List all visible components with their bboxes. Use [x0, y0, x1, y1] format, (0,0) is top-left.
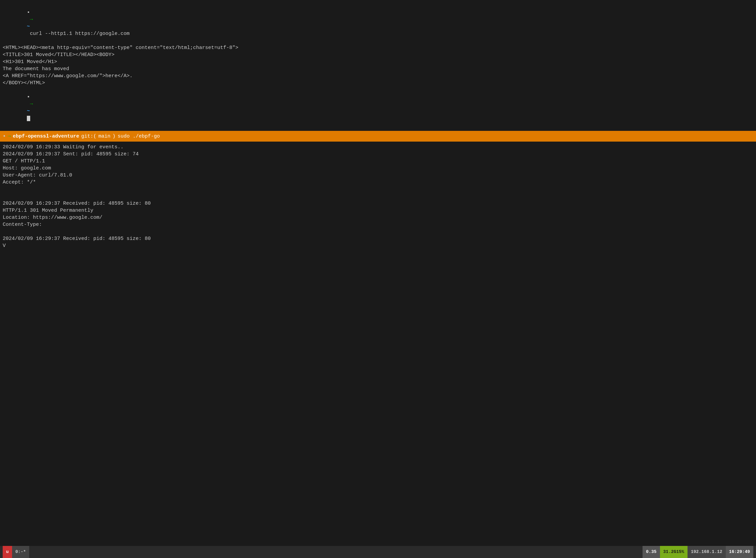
- divider-branch: main: [98, 133, 111, 140]
- top-line-7: </BODY></HTML>: [3, 79, 753, 86]
- prompt-dir-idle: ~: [27, 108, 30, 114]
- status-ip: 192.168.1.12: [687, 546, 726, 558]
- status-window: 0:-*: [12, 546, 29, 558]
- bottom-pane: 2024/02/09 16:29:33 Waiting for events..…: [0, 142, 756, 546]
- bottom-line-14: 2024/02/09 16:29:37 Received: pid: 48595…: [3, 235, 753, 242]
- divider-dir: ebpf-openssl-adventure: [13, 133, 79, 140]
- top-line-5: The document has moved: [3, 66, 753, 73]
- bottom-line-8: [3, 193, 753, 200]
- top-pane: ▪ → ~ curl --http1.1 https://google.com …: [0, 0, 756, 131]
- status-time: 16:29:49: [726, 546, 753, 558]
- status-u: u: [3, 546, 12, 558]
- bottom-line-6: Accept: */*: [3, 179, 753, 186]
- top-line-idle: ▪ → ~: [3, 86, 753, 129]
- bottom-line-13: [3, 228, 753, 235]
- top-line-4: <H1>301 Moved</H1>: [3, 58, 753, 66]
- cursor: [27, 116, 30, 121]
- prompt-arrow-1: →: [27, 17, 36, 23]
- divider-git-label: git:(: [81, 133, 96, 140]
- divider-prompt: ▪ → ebpf-openssl-adventure git:(main) su…: [3, 133, 160, 140]
- bottom-line-12: Content-Type:: [3, 221, 753, 228]
- terminal-container: ▪ → ~ curl --http1.1 https://google.com …: [0, 0, 756, 558]
- bottom-line-4: Host: google.com: [3, 165, 753, 172]
- bottom-line-2: 2024/02/09 16:29:37 Sent: pid: 48595 siz…: [3, 151, 753, 158]
- top-line-6: <A HREF="https://www.google.com/">here</…: [3, 73, 753, 79]
- bottom-line-11: Location: https://www.google.com/: [3, 214, 753, 221]
- prompt-dir-1: ~: [27, 24, 30, 29]
- divider-icon: ▪: [3, 133, 6, 140]
- divider-arrow: →: [8, 133, 11, 140]
- prompt-icon-idle: ▪: [27, 94, 30, 100]
- prompt-arrow-idle: →: [27, 101, 36, 107]
- bottom-line-5: User-Agent: curl/7.81.0: [3, 172, 753, 179]
- divider-cmd: sudo ./ebpf-go: [118, 133, 160, 140]
- top-line-3: <TITLE>301 Moved</TITLE></HEAD><BODY>: [3, 51, 753, 58]
- bottom-line-10: HTTP/1.1 301 Moved Permanently: [3, 207, 753, 214]
- prompt-cmd-1: curl --http1.1 https://google.com: [27, 31, 129, 36]
- status-mem: 31.2G15%: [660, 546, 687, 558]
- top-line-1: ▪ → ~ curl --http1.1 https://google.com: [3, 2, 753, 44]
- bottom-line-3: GET / HTTP/1.1: [3, 158, 753, 165]
- bottom-line-7: [3, 186, 753, 193]
- status-load: 0.35: [642, 546, 660, 558]
- prompt-icon-1: ▪: [27, 10, 30, 16]
- pane-divider: ▪ → ebpf-openssl-adventure git:(main) su…: [0, 131, 756, 142]
- bottom-line-15: V: [3, 242, 753, 249]
- top-line-2: <HTML><HEAD><meta http-equiv="content-ty…: [3, 44, 753, 51]
- bottom-line-1: 2024/02/09 16:29:33 Waiting for events..: [3, 144, 753, 151]
- bottom-line-9: 2024/02/09 16:29:37 Received: pid: 48595…: [3, 200, 753, 207]
- status-bar: u 0:-* 0.35 31.2G15% 192.168.1.12 16:29:…: [0, 546, 756, 558]
- divider-git-paren-close: ): [113, 133, 116, 140]
